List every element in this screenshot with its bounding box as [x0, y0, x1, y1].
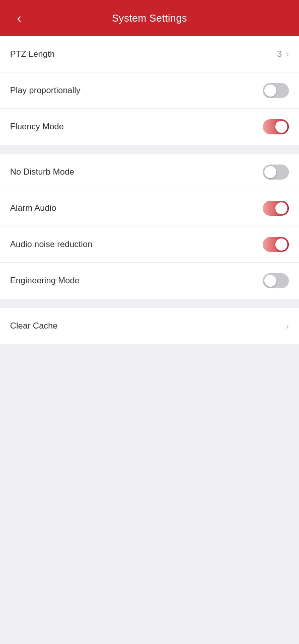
settings-group-2: No Disturb Mode Alarm Audio Audio noise …: [0, 154, 299, 299]
section-divider-2: [0, 299, 299, 308]
clear-cache-right: ›: [286, 321, 289, 332]
play-proportionally-row: Play proportionally: [0, 72, 299, 109]
fluency-mode-row: Fluency Mode: [0, 109, 299, 145]
section-divider-1: [0, 145, 299, 154]
audio-noise-reduction-toggle[interactable]: [263, 237, 289, 252]
audio-noise-reduction-row: Audio noise reduction: [0, 226, 299, 263]
engineering-mode-thumb: [264, 275, 276, 287]
no-disturb-mode-row: No Disturb Mode: [0, 154, 299, 190]
page-title: System Settings: [112, 13, 187, 24]
bottom-empty-area: [0, 344, 299, 576]
back-button[interactable]: ‹: [10, 9, 28, 27]
ptz-length-label: PTZ Length: [10, 49, 55, 59]
play-proportionally-thumb: [264, 85, 276, 97]
fluency-mode-toggle[interactable]: [263, 119, 289, 134]
engineering-mode-toggle[interactable]: [263, 273, 289, 288]
clear-cache-chevron-icon: ›: [286, 321, 289, 332]
no-disturb-mode-thumb: [264, 166, 276, 178]
alarm-audio-label: Alarm Audio: [10, 203, 56, 213]
header: ‹ System Settings: [0, 0, 299, 36]
no-disturb-mode-toggle[interactable]: [263, 165, 289, 180]
ptz-length-chevron-icon: ›: [286, 49, 289, 59]
audio-noise-reduction-label: Audio noise reduction: [10, 239, 93, 250]
engineering-mode-label: Engineering Mode: [10, 276, 80, 286]
back-icon: ‹: [17, 11, 22, 26]
play-proportionally-label: Play proportionally: [10, 86, 81, 96]
play-proportionally-toggle[interactable]: [263, 83, 289, 98]
alarm-audio-thumb: [275, 202, 287, 214]
settings-group-3: Clear Cache ›: [0, 308, 299, 344]
fluency-mode-thumb: [275, 121, 287, 133]
settings-group-1: PTZ Length 3 › Play proportionally Fluen…: [0, 36, 299, 145]
alarm-audio-toggle[interactable]: [263, 201, 289, 216]
ptz-length-row[interactable]: PTZ Length 3 ›: [0, 36, 299, 72]
ptz-length-value: 3: [277, 49, 282, 59]
clear-cache-label: Clear Cache: [10, 321, 58, 331]
audio-noise-reduction-thumb: [275, 238, 287, 251]
alarm-audio-row: Alarm Audio: [0, 190, 299, 226]
ptz-length-right: 3 ›: [277, 49, 289, 59]
clear-cache-row[interactable]: Clear Cache ›: [0, 308, 299, 344]
fluency-mode-label: Fluency Mode: [10, 122, 64, 132]
no-disturb-mode-label: No Disturb Mode: [10, 167, 74, 177]
engineering-mode-row: Engineering Mode: [0, 263, 299, 299]
